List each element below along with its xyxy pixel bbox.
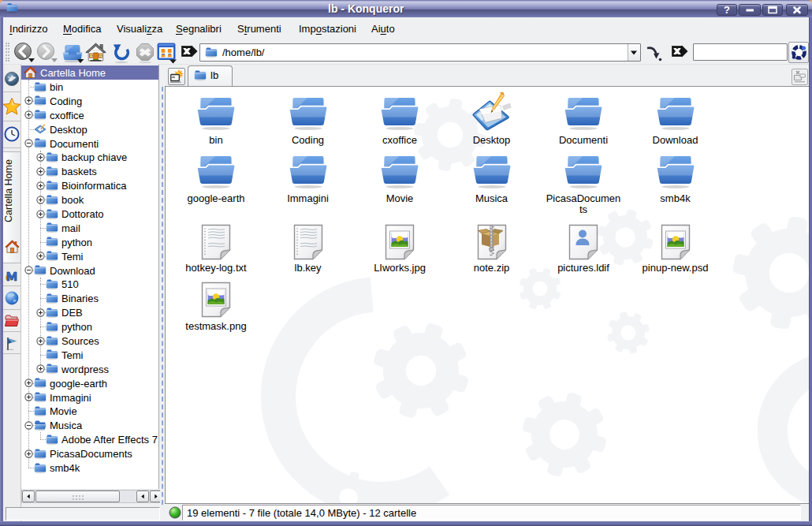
svg-text:?: ? — [724, 5, 730, 15]
